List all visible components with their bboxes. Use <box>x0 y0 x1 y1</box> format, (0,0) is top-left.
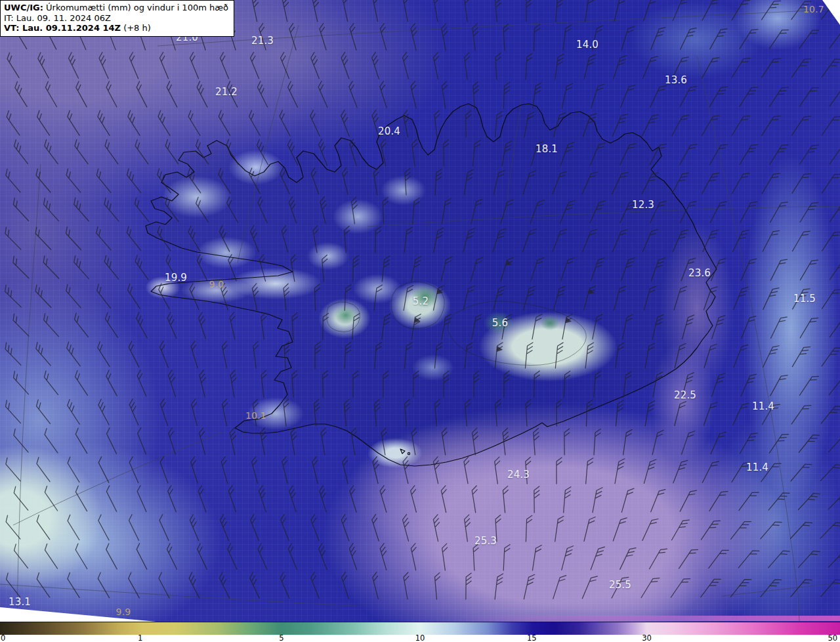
model-name: UWC/IG: <box>4 3 43 12</box>
map-value-label: 5.6 <box>492 317 508 329</box>
colorbar-tick-label: 30 <box>642 634 652 642</box>
colorbar-tick-label: 5 <box>279 634 284 642</box>
map-value-label: 18.1 <box>536 143 558 155</box>
title-line-valid-time: VT: Lau. 09.11.2024 14Z (+8 h) <box>4 23 228 33</box>
precipitation-colorbar: 01510153050 <box>0 622 840 642</box>
map-value-label: 12.3 <box>632 199 654 211</box>
colorbar-tick-label: 1 <box>138 634 142 642</box>
colorbar-tick-label: 10 <box>415 634 425 642</box>
colorbar-tick-label: 15 <box>527 634 537 642</box>
map-value-label: 9.9 <box>116 607 131 617</box>
map-value-label: 11.4 <box>752 400 774 412</box>
map-value-label: 23.6 <box>688 267 711 279</box>
colorbar-tick-label: 0 <box>1 634 5 642</box>
colorbar-ticks: 01510153050 <box>0 635 840 642</box>
map-value-label: 21.3 <box>251 35 274 47</box>
map-value-label: 21.2 <box>215 86 238 98</box>
title-line-init-time: IT: Lau. 09. 11. 2024 06Z <box>4 13 228 24</box>
map-value-label: 13.6 <box>665 74 687 86</box>
title-line-product: UWC/IG: Úrkomumætti (mm) og vindur i 100… <box>4 3 228 13</box>
map-value-label: 14.0 <box>576 39 598 51</box>
map-value-label: 20.4 <box>378 125 400 137</box>
map-value-label: 11.4 <box>746 461 768 473</box>
map-value-label: 25.3 <box>474 535 497 547</box>
map-value-label: 11.5 <box>793 293 816 305</box>
map-value-label: 22.5 <box>674 389 696 401</box>
map-value-label: 19.9 <box>165 272 187 284</box>
map-value-label: 13.1 <box>9 596 31 608</box>
title-box: UWC/IG: Úrkomumætti (mm) og vindur i 100… <box>0 0 234 37</box>
map-value-label: 10.7 <box>803 4 824 14</box>
colorbar-gradient <box>0 622 840 635</box>
map-labels-layer: 21.021.314.013.621.220.418.112.319.923.6… <box>0 0 840 622</box>
map-value-label: 24.3 <box>507 469 530 481</box>
map-value-label: 9.0 <box>209 279 224 289</box>
map-value-label: 5.2 <box>413 295 429 307</box>
map-value-label: 10.1 <box>245 410 266 421</box>
weather-map-viewport: 21.021.314.013.621.220.418.112.319.923.6… <box>0 0 840 642</box>
colorbar-tick-label: 50 <box>828 634 838 642</box>
map-value-label: 25.5 <box>609 579 631 591</box>
